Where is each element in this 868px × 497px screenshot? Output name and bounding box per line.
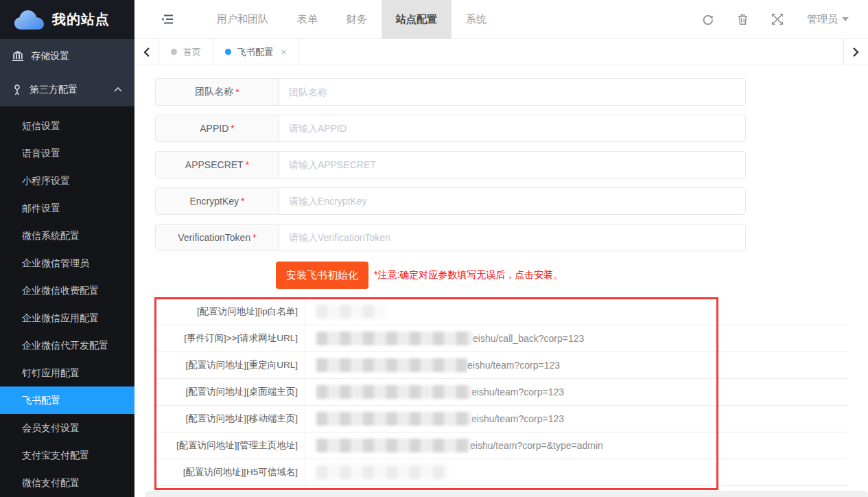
app-logo: 我的站点 <box>0 0 134 39</box>
install-warning-note: *注意:确定对应参数填写无误后，点击安装。 <box>374 269 563 281</box>
masked-value <box>316 412 471 426</box>
config-row-value <box>305 299 847 325</box>
sidebar-subitem[interactable]: 企业微信收费配置 <box>0 277 134 304</box>
user-name: 管理员 <box>807 13 838 26</box>
sidebar-submenu: 短信设置 语音设置 小程序设置 邮件设置 微信系统配置 企业微信管理员 企业微信… <box>0 106 134 496</box>
sidebar-subitem[interactable]: 企业微信管理员 <box>0 249 134 277</box>
config-row-url-suffix: eishu/team?corp=123 <box>471 413 564 424</box>
sidebar-subitem[interactable]: 钉钉应用配置 <box>0 359 134 386</box>
top-header: 我的站点 用户和团队 表单 财务 站点配置 系统 <box>0 0 868 39</box>
required-asterisk: * <box>241 196 244 207</box>
form-field-row: APPID* <box>155 115 746 142</box>
sidebar-subitem-label: 企业微信收费配置 <box>22 285 99 296</box>
user-menu[interactable]: 管理员 <box>807 13 849 26</box>
page-tab[interactable]: 首页 <box>159 39 213 65</box>
next-section-edge <box>145 491 868 497</box>
config-row-label: [配置访问地址][重定向URL] <box>156 352 305 378</box>
install-row: 安装飞书初始化 *注意:确定对应参数填写无误后，点击安装。 <box>276 262 868 289</box>
sidebar-subitem-label: 微信支付配置 <box>22 477 80 488</box>
sidebar-subitem[interactable]: 语音设置 <box>0 139 134 167</box>
config-row-label: [事件订阅]>>[请求网址URL] <box>156 325 305 351</box>
bank-icon <box>12 51 23 61</box>
collapse-menu-icon[interactable] <box>148 0 186 38</box>
top-nav-item-label: 表单 <box>297 13 318 26</box>
form-fields: 团队名称* APPID* APPSECRET* EncryptKey* <box>155 78 868 251</box>
config-row: [配置访问地址][管理主页地址] eishu/team?corp=&type=a… <box>156 432 847 459</box>
header-actions: 管理员 <box>702 0 868 38</box>
config-row-url-suffix: eishu/call_back?corp=123 <box>473 333 584 344</box>
sidebar-subitem-label: 微信系统配置 <box>22 230 80 241</box>
config-row-label: [配置访问地址][H5可信域名] <box>156 459 305 485</box>
user-gear-icon <box>12 84 22 95</box>
field-input[interactable] <box>279 79 745 105</box>
config-row: [配置访问地址][桌面端主页] eishu/team?corp=123 <box>156 379 847 406</box>
form-field-row: APPSECRET* <box>155 151 746 178</box>
masked-value <box>316 465 448 479</box>
config-row-value <box>305 459 847 485</box>
config-row: [配置访问地址][重定向URL] eishu/team?corp=123 <box>156 352 847 379</box>
config-row-value: eishu/call_back?corp=123 <box>305 325 847 351</box>
sidebar-subitem[interactable]: 微信系统配置 <box>0 222 134 249</box>
field-input[interactable] <box>279 188 745 214</box>
config-address-table: [配置访问地址][ip白名单] [事件订阅]>>[请求网址URL] eishu/… <box>156 299 847 486</box>
config-row-label: [配置访问地址][移动端主页] <box>156 406 305 432</box>
sidebar-subitem[interactable]: 企业微信应用配置 <box>0 304 134 332</box>
install-feishu-button[interactable]: 安装飞书初始化 <box>276 262 368 289</box>
top-nav-item[interactable]: 用户和团队 <box>202 0 283 38</box>
sidebar-subitem[interactable]: 短信设置 <box>0 112 134 139</box>
sidebar-subitem-label: 邮件设置 <box>22 203 60 213</box>
top-nav-item[interactable]: 系统 <box>451 0 501 38</box>
config-row-value: eishu/team?corp=123 <box>305 352 847 378</box>
top-nav-item-label: 站点配置 <box>396 13 437 26</box>
tab-label: 首页 <box>183 46 201 58</box>
trash-icon[interactable] <box>738 14 748 25</box>
top-nav-item[interactable]: 财务 <box>332 0 382 38</box>
sidebar-subitem[interactable]: 企业微信代开发配置 <box>0 332 134 359</box>
tab-close-icon[interactable]: × <box>281 47 287 57</box>
sidebar-subitem-label: 小程序设置 <box>22 175 70 186</box>
config-row-url-suffix: eishu/team?corp=123 <box>471 386 564 397</box>
feishu-config-form: 团队名称* APPID* APPSECRET* EncryptKey* <box>134 65 868 486</box>
sidebar-subitem[interactable]: 邮件设置 <box>0 194 134 222</box>
sidebar-item-label: 第三方配置 <box>30 84 78 96</box>
field-label: VerificationToken* <box>156 224 279 251</box>
field-input[interactable] <box>279 224 745 251</box>
sidebar-subitem-label: 企业微信管理员 <box>22 257 89 268</box>
chevron-up-icon <box>114 87 122 92</box>
fullscreen-icon[interactable] <box>772 14 783 25</box>
sidebar-subitem[interactable]: 微信支付配置 <box>0 469 134 496</box>
config-row-value: eishu/team?corp=123 <box>305 379 847 405</box>
field-label: APPSECRET* <box>156 152 279 178</box>
required-asterisk: * <box>253 232 256 243</box>
sidebar-subitem-label: 语音设置 <box>22 148 60 159</box>
sidebar-item-third-party-config[interactable]: 第三方配置 <box>0 73 134 106</box>
chevron-down-icon <box>842 17 849 21</box>
sidebar-item-storage-settings[interactable]: 存储设置 <box>0 39 134 73</box>
page-tab[interactable]: 飞书配置 × <box>213 39 299 65</box>
config-row-value: eishu/team?corp=123 <box>305 406 847 432</box>
config-rows: [配置访问地址][ip白名单] [事件订阅]>>[请求网址URL] eishu/… <box>156 299 847 486</box>
refresh-icon[interactable] <box>702 14 714 25</box>
masked-value <box>316 358 467 372</box>
field-label: EncryptKey* <box>156 188 279 214</box>
required-asterisk: * <box>235 86 239 97</box>
sidebar-subitem-label: 支付宝支付配置 <box>22 450 89 461</box>
top-nav-item[interactable]: 站点配置 <box>382 0 451 38</box>
field-input[interactable] <box>279 115 745 141</box>
tab-dot <box>171 49 177 55</box>
top-nav-item[interactable]: 表单 <box>283 0 332 38</box>
top-nav-item-label: 财务 <box>347 13 367 26</box>
top-nav-item-label: 用户和团队 <box>217 13 268 26</box>
tabs-scroll-right-icon[interactable] <box>843 39 868 65</box>
sidebar-subitem[interactable]: 小程序设置 <box>0 167 134 194</box>
sidebar-subitem[interactable]: 飞书配置 <box>0 386 134 414</box>
top-nav: 用户和团队 表单 财务 站点配置 系统 <box>134 0 868 38</box>
field-label: APPID* <box>156 115 279 141</box>
form-field-row: EncryptKey* <box>155 187 746 215</box>
sidebar-subitem-label: 钉钉应用配置 <box>22 367 80 378</box>
field-input[interactable] <box>279 152 745 178</box>
sidebar-subitem[interactable]: 会员支付设置 <box>0 414 134 441</box>
field-label: 团队名称* <box>156 79 279 105</box>
tabs-scroll-left-icon[interactable] <box>134 39 159 65</box>
sidebar-subitem[interactable]: 支付宝支付配置 <box>0 441 134 469</box>
